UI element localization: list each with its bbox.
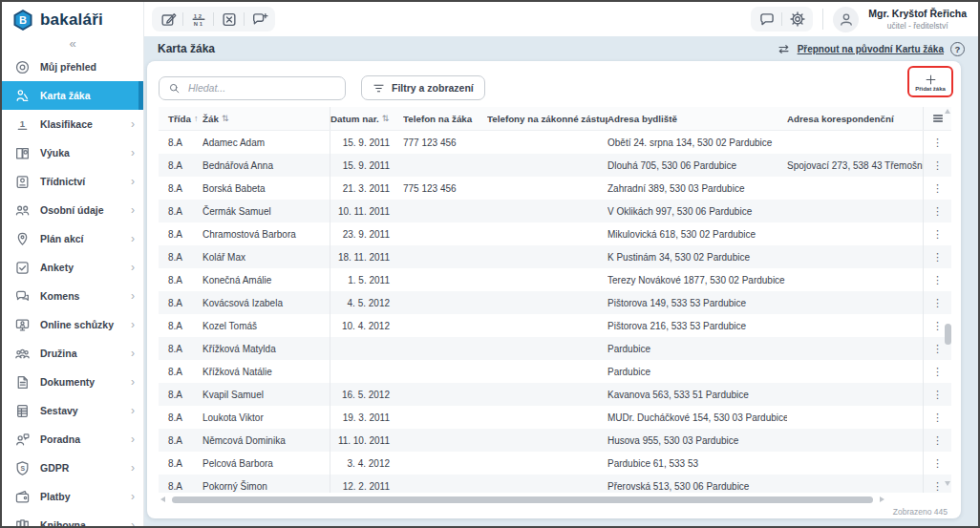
cell-adresa-korespondencni: Spojovací 273, 538 43 Třemošnice <box>787 154 923 177</box>
sidebar-item-ankety[interactable]: Ankety› <box>2 253 143 282</box>
sidebar-item-label: Klasifikace <box>40 118 121 130</box>
chevron-right-icon: › <box>131 233 135 244</box>
sidebar-item-dokumenty[interactable]: Dokumenty› <box>2 368 143 396</box>
add-student-button[interactable]: Přidat žáka <box>907 66 953 97</box>
settings-gear-icon[interactable] <box>784 9 810 30</box>
student-card-panel: Filtry a zobrazení Přidat žáka Třída↑Žák… <box>147 61 961 518</box>
search-icon <box>168 82 181 95</box>
cell-datum-narozeni: 18. 11. 2011 <box>330 245 403 268</box>
table-row[interactable]: 8.APokorný Šimon12. 2. 2011Přerovská 513… <box>159 475 951 493</box>
brand: B bakaláři <box>2 2 143 38</box>
cell-trida: 8.A <box>159 154 202 177</box>
table-row[interactable]: 8.ABednářová Anna15. 9. 2011Dlouhá 705, … <box>159 154 951 177</box>
table-row[interactable]: 8.AAdamec Adam15. 9. 2011777 123 456Obět… <box>159 131 951 154</box>
cell-trida: 8.A <box>159 452 202 475</box>
group-icon <box>13 345 31 362</box>
sidebar-item-label: Sestavy <box>40 405 121 416</box>
cell-trida: 8.A <box>159 429 202 452</box>
table-header-row: Třída↑Žák⇅Datum nar.⇅Telefon na žákaTele… <box>159 107 951 131</box>
cell-telefon-zaka <box>403 337 487 360</box>
help-button[interactable]: ? <box>950 42 965 56</box>
cell-telefony-zastupce <box>487 452 607 475</box>
sidebar-item-druzina[interactable]: Družina› <box>2 339 143 368</box>
grades-quick-icon[interactable]: 1 2N 1 <box>185 9 211 30</box>
table-row[interactable]: 8.AKozel Tomáš10. 4. 2012Pištorova 216, … <box>159 314 951 337</box>
cell-telefon-zaka <box>403 383 487 406</box>
sidebar-item-knihovna[interactable]: Knihovna› <box>2 511 143 526</box>
sidebar-item-platby[interactable]: Platby› <box>2 482 143 511</box>
absence-icon[interactable] <box>216 9 242 30</box>
cell-adresa-bydliste: Terezy Novákové 1877, 530 02 Pardubice <box>607 268 787 291</box>
cell-datum-narozeni: 15. 9. 2011 <box>330 131 403 154</box>
table-row[interactable]: 8.AKvapil Samuel16. 5. 2012Kavanova 563,… <box>159 383 951 406</box>
sidebar-item-online-schuzky[interactable]: Online schůzky› <box>2 310 143 339</box>
sidebar-item-sestavy[interactable]: Sestavy› <box>2 396 143 425</box>
sidebar-item-gdpr[interactable]: SGDPR› <box>2 454 143 482</box>
table-row[interactable]: 8.ALoukota Viktor19. 3. 2011MUDr. Ducháč… <box>159 406 951 429</box>
sidebar-collapse-button[interactable]: « <box>2 38 143 53</box>
scroll-left-arrow[interactable] <box>160 496 165 502</box>
table-row[interactable]: 8.AChramostová Barbora23. 9. 2011Mikulov… <box>159 222 951 245</box>
vertical-scroll-thumb[interactable] <box>945 324 951 345</box>
sidebar-item-tridnictvi[interactable]: Třídnictví› <box>2 167 143 196</box>
table-row[interactable]: 8.APelcová Barbora3. 4. 2012Pardubice 61… <box>159 452 951 475</box>
chevron-right-icon: › <box>131 319 135 330</box>
search-input[interactable] <box>186 81 336 95</box>
content: Filtry a zobrazení Přidat žáka Třída↑Žák… <box>144 61 978 526</box>
table-row[interactable]: 8.AKolář Max18. 11. 2011K Pustinám 34, 5… <box>159 245 951 268</box>
column-header-trida[interactable]: Třída↑ <box>159 107 202 130</box>
sidebar-item-label: Ankety <box>40 262 121 273</box>
user-block[interactable]: Mgr. Kryštof Řeřicha učitel - ředitelstv… <box>868 8 967 30</box>
message-icon[interactable] <box>754 9 779 30</box>
user-name: Mgr. Kryštof Řeřicha <box>868 8 967 20</box>
scroll-down-arrow[interactable] <box>945 481 950 486</box>
column-header-zak[interactable]: Žák⇅ <box>202 107 330 130</box>
sidebar-item-osobni-udaje[interactable]: Osobní údaje› <box>2 196 143 224</box>
edit-icon[interactable] <box>155 9 181 30</box>
card-footer: Zobrazeno 445 <box>159 504 951 518</box>
sidebar-item-karta-zaka[interactable]: Karta žáka <box>2 81 143 110</box>
sidebar-item-klasifikace[interactable]: 1Klasifikace› <box>2 110 143 138</box>
sidebar-item-plan-akci[interactable]: Plán akcí› <box>2 224 143 253</box>
chevron-right-icon: › <box>131 262 135 273</box>
cell-telefony-zastupce <box>487 291 607 314</box>
cell-telefony-zastupce <box>487 383 607 406</box>
switch-to-original-link[interactable]: Přepnout na původní Kartu žáka <box>798 44 944 54</box>
cell-zak: Borská Babeta <box>202 177 330 200</box>
sidebar-item-label: Třídnictví <box>40 176 121 187</box>
app-window: B bakaláři « Můj přehledKarta žáka1Klasi… <box>0 0 980 528</box>
cell-datum-narozeni: 1. 5. 2011 <box>330 268 403 291</box>
svg-text:S: S <box>20 465 25 472</box>
table-row[interactable]: 8.AKonečná Amálie1. 5. 2011Terezy Nováko… <box>159 268 951 291</box>
table-row[interactable]: 8.ANěmcová Dominika11. 10. 2011Husova 95… <box>159 429 951 452</box>
avatar[interactable] <box>833 7 859 32</box>
cell-datum-narozeni: 10. 11. 2011 <box>330 200 403 222</box>
filters-button-label: Filtry a zobrazení <box>392 82 474 94</box>
cell-adresa-bydliste: Dlouhá 705, 530 06 Pardubice <box>607 154 787 177</box>
filters-button[interactable]: Filtry a zobrazení <box>361 75 485 100</box>
sidebar-item-komens[interactable]: Komens› <box>2 282 143 310</box>
column-header-datum[interactable]: Datum nar.⇅ <box>330 107 403 130</box>
cell-zak: Kvapil Samuel <box>202 383 330 406</box>
table-row[interactable]: 8.AKřížková NatáliePardubice⋮ <box>159 360 951 383</box>
sidebar-item-muj-prehled[interactable]: Můj přehled <box>2 53 143 81</box>
table-row[interactable]: 8.AKřížková MatyldaPardubice⋮ <box>159 337 951 360</box>
table-row[interactable]: 8.ABorská Babeta21. 3. 2011775 123 456Za… <box>159 177 951 200</box>
cell-datum-narozeni: 10. 4. 2012 <box>330 314 403 337</box>
table-row[interactable]: 8.AKovácsová Izabela4. 5. 2012Pištorova … <box>159 291 951 314</box>
message-plus-icon[interactable] <box>246 9 272 30</box>
scroll-up-arrow[interactable] <box>945 109 950 114</box>
class-register-icon <box>13 173 31 190</box>
scroll-right-arrow[interactable] <box>880 496 884 502</box>
cell-zak: Bednářová Anna <box>202 154 330 177</box>
horizontal-scroll-thumb[interactable] <box>172 496 873 503</box>
sidebar-item-label: Platby <box>40 491 121 502</box>
counseling-icon <box>13 431 31 448</box>
svg-text:1 2: 1 2 <box>193 13 202 19</box>
column-header-koresp: Adresa korespondenční <box>787 107 923 130</box>
table-row[interactable]: 8.AČermák Samuel10. 11. 2011V Oklikách 9… <box>159 200 951 222</box>
cell-telefony-zastupce <box>487 222 607 245</box>
sidebar-item-vyuka[interactable]: Výuka› <box>2 138 143 167</box>
cell-trida: 8.A <box>159 131 202 154</box>
sidebar-item-poradna[interactable]: Poradna› <box>2 425 143 454</box>
